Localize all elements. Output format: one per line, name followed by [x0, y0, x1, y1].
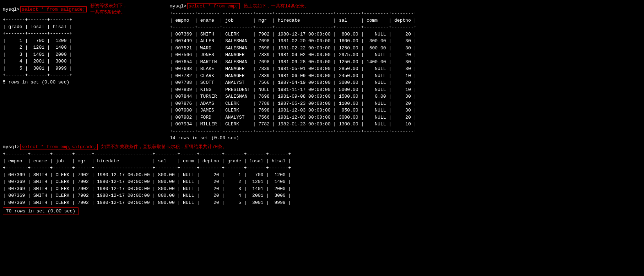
emp-annotation: 员工表如下，一共有14条记录。 [243, 3, 309, 9]
emp-prompt-line: mysql> select * from emp; 员工表如下，一共有14条记录… [170, 3, 641, 9]
salgrade-annotation-line1: 薪资等级表如下， [90, 3, 127, 9]
salgrade-annotation-line2: 一共有5条记录。 [90, 10, 125, 15]
emp-command: select * from emp; [187, 3, 240, 9]
emp-prompt: mysql> [170, 4, 186, 9]
panel-emp: mysql> select * from emp; 员工表如下，一共有14条记录… [170, 3, 641, 141]
emp-table: +--------+--------+-----------+------+--… [170, 10, 641, 135]
cartesian-command: select * from emp,salgrade; [20, 144, 98, 150]
cartesian-table: +--------+-------+-------+------+-------… [3, 151, 641, 206]
cartesian-annotation: 如果不加关联条件，直接获取笛卡尔积，所得结果共计70条。 [101, 144, 227, 150]
cartesian-rows-info: 70 rows in set (0.00 sec) [3, 207, 79, 215]
cartesian-rows-box: 70 rows in set (0.00 sec) [3, 206, 641, 215]
cartesian-prompt: mysql> [3, 144, 20, 150]
bottom-section: mysql> select * from emp,salgrade; 如果不加关… [3, 144, 641, 215]
cartesian-prompt-line: mysql> select * from emp,salgrade; 如果不加关… [3, 144, 641, 150]
emp-rows-info: 14 rows in set (0.00 sec) [170, 135, 641, 141]
top-row: mysql> select * from salgrade; 薪资等级表如下， … [3, 3, 641, 141]
salgrade-command: select * from salgrade; [20, 6, 87, 12]
salgrade-rows-info: 5 rows in set (0.00 sec) [3, 80, 159, 85]
panel-salgrade: mysql> select * from salgrade; 薪资等级表如下， … [3, 3, 159, 141]
salgrade-prompt: mysql> [3, 7, 20, 12]
salgrade-prompt-line: mysql> select * from salgrade; 薪资等级表如下， … [3, 3, 159, 16]
salgrade-table: +-------+-------+-------+ | grade | losa… [3, 16, 159, 79]
salgrade-annotation: 薪资等级表如下， 一共有5条记录。 [90, 3, 127, 16]
screen: mysql> select * from salgrade; 薪资等级表如下， … [0, 0, 644, 276]
